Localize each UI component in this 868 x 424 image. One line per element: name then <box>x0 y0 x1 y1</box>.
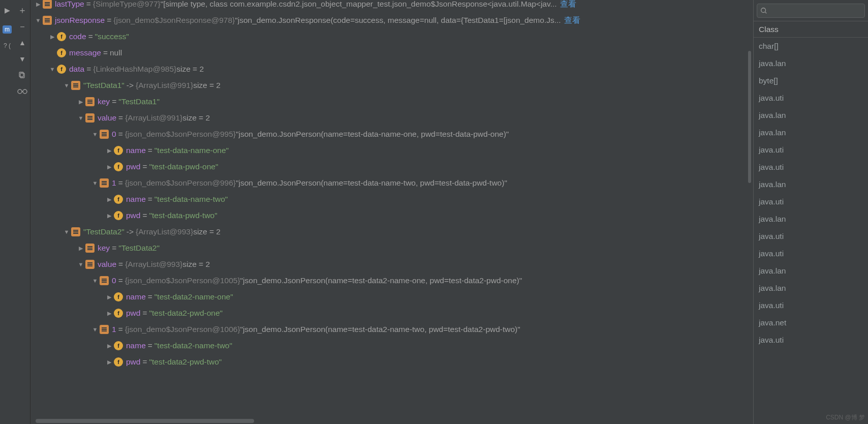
class-list-item[interactable]: java.lan <box>754 262 868 280</box>
scroll-thumb[interactable] <box>748 51 751 183</box>
class-list-item[interactable]: java.uti <box>754 245 868 262</box>
type-info: {json_demo$JsonResponse@978} <box>113 12 235 28</box>
tree-row[interactable]: "TestData1"->{ArrayList@991} size = 2 <box>30 77 753 94</box>
tree-row[interactable]: 0 = {json_demo$JsonPerson@1005} "json_de… <box>30 272 753 289</box>
copy-icon[interactable] <box>16 69 28 81</box>
class-list-item[interactable]: java.net <box>754 314 868 331</box>
view-link[interactable]: 查看 <box>560 0 576 12</box>
expand-toggle-icon[interactable] <box>106 338 113 354</box>
tree-row[interactable]: lastType = {SimpleType@977} "[simple typ… <box>30 0 753 12</box>
expand-toggle-icon[interactable] <box>35 12 42 28</box>
plus-icon[interactable]: ＋ <box>16 4 28 16</box>
tree-row[interactable]: 0 = {json_demo$JsonPerson@995} "json_dem… <box>30 126 753 142</box>
tree-row[interactable]: fpwd = "test-data-pwd-one" <box>30 159 753 175</box>
tree-vertical-scrollbar[interactable] <box>747 0 752 424</box>
tree-row[interactable]: fdata = {LinkedHashMap@985} size = 2 <box>30 61 753 77</box>
view-link[interactable]: 查看 <box>564 12 580 28</box>
type-info: {ArrayList@991} <box>136 77 193 94</box>
object-icon <box>85 113 95 123</box>
class-list-item[interactable]: java.lan <box>754 107 868 124</box>
expand-toggle-icon[interactable] <box>77 94 84 110</box>
tree-row[interactable]: "TestData2"->{ArrayList@993} size = 2 <box>30 224 753 240</box>
tree-row[interactable]: 1 = {json_demo$JsonPerson@1006} "json_de… <box>30 321 753 338</box>
expand-toggle-icon[interactable] <box>35 0 42 12</box>
minus-icon[interactable]: － <box>16 20 28 33</box>
class-list-item[interactable]: java.uti <box>754 297 868 314</box>
class-list-item[interactable]: char[] <box>754 38 868 55</box>
class-list-item[interactable]: java.uti <box>754 331 868 349</box>
equals-sign: = <box>148 338 152 354</box>
svg-rect-15 <box>87 103 92 104</box>
map-key: "TestData2" <box>83 224 125 240</box>
tree-row[interactable]: fname = "test-data-name-two" <box>30 191 753 207</box>
class-search-input[interactable] <box>757 4 865 18</box>
tree-row[interactable]: fname = "test-data-name-one" <box>30 142 753 159</box>
up-icon[interactable]: ▲ <box>16 37 28 49</box>
search-row <box>754 0 868 21</box>
class-list-item[interactable]: java.uti <box>754 89 868 107</box>
type-info: {json_demo$JsonPerson@996} <box>125 175 236 191</box>
expand-toggle-icon[interactable] <box>106 354 113 370</box>
classes-header[interactable]: Class <box>754 21 868 38</box>
expand-toggle-icon[interactable] <box>106 159 113 175</box>
expand-toggle-icon[interactable] <box>91 126 99 142</box>
svg-rect-19 <box>102 132 107 133</box>
class-list-item[interactable]: byte[] <box>754 72 868 89</box>
scroll-thumb[interactable] <box>36 419 254 423</box>
tostring-value: "[simple type, class com.example.csdn2.j… <box>161 0 557 12</box>
tree-row[interactable]: value = {ArrayList@991} size = 2 <box>30 110 753 126</box>
class-list-item[interactable]: java.uti <box>754 159 868 176</box>
expand-toggle-icon[interactable] <box>77 240 84 256</box>
class-list-item[interactable]: java.uti <box>754 193 868 210</box>
expand-toggle-icon[interactable] <box>63 224 70 240</box>
variables-tree[interactable]: lastType = {SimpleType@977} "[simple typ… <box>30 0 753 424</box>
class-list-item[interactable]: java.uti <box>754 228 868 245</box>
expand-toggle-icon[interactable] <box>106 305 113 321</box>
tree-row[interactable]: 1 = {json_demo$JsonPerson@996} "json_dem… <box>30 175 753 191</box>
tostring-value: "json_demo.JsonPerson(name=test-data-nam… <box>236 175 507 191</box>
svg-rect-29 <box>87 248 92 249</box>
class-list-item[interactable]: java.lan <box>754 210 868 228</box>
list-index: 0 <box>112 126 116 142</box>
tree-row[interactable]: fpwd = "test-data2-pwd-two" <box>30 354 753 370</box>
class-list[interactable]: char[]java.lanbyte[]java.utijava.lanjava… <box>754 38 868 349</box>
glasses-icon[interactable] <box>16 85 28 98</box>
field-icon: f <box>114 162 123 171</box>
field-icon: f <box>114 309 123 318</box>
variable-name: pwd <box>126 305 140 321</box>
tree-row[interactable]: fname = "test-data2-name-one" <box>30 289 753 305</box>
play-icon[interactable]: ▶ <box>1 4 13 16</box>
expand-toggle-icon[interactable] <box>106 191 113 207</box>
tree-row[interactable]: key = "TestData2" <box>30 240 753 256</box>
tree-row[interactable]: fmessage = null <box>30 45 753 61</box>
expand-toggle-icon[interactable] <box>91 321 99 338</box>
expand-toggle-icon[interactable] <box>77 256 84 272</box>
tree-row[interactable]: value = {ArrayList@993} size = 2 <box>30 256 753 272</box>
class-list-item[interactable]: java.lan <box>754 124 868 141</box>
expand-toggle-icon[interactable] <box>106 207 113 224</box>
equals-sign: = <box>142 159 147 175</box>
class-list-item[interactable]: java.uti <box>754 141 868 159</box>
class-list-item[interactable]: java.lan <box>754 280 868 297</box>
down-icon[interactable]: ▼ <box>16 53 28 65</box>
expand-toggle-icon[interactable] <box>49 61 56 77</box>
expand-toggle-icon[interactable] <box>106 142 113 159</box>
watermark: CSDN @博 梦 <box>826 413 865 422</box>
expand-toggle-icon[interactable] <box>77 110 84 126</box>
tree-row[interactable]: fname = "test-data2-name-two" <box>30 338 753 354</box>
tree-row[interactable]: fcode = "success" <box>30 28 753 45</box>
expand-toggle-icon[interactable] <box>106 289 113 305</box>
expand-toggle-icon[interactable] <box>63 77 70 94</box>
class-list-item[interactable]: java.lan <box>754 55 868 72</box>
svg-rect-20 <box>102 134 107 135</box>
tree-row[interactable]: key = "TestData1" <box>30 94 753 110</box>
tree-row[interactable]: jsonResponse = {json_demo$JsonResponse@9… <box>30 12 753 28</box>
class-list-item[interactable]: java.lan <box>754 176 868 193</box>
tree-horizontal-scrollbar[interactable] <box>30 418 747 424</box>
expand-toggle-icon[interactable] <box>49 28 56 45</box>
tree-row[interactable]: fpwd = "test-data-pwd-two" <box>30 207 753 224</box>
expand-toggle-icon[interactable] <box>91 175 99 191</box>
expand-toggle-icon[interactable] <box>91 272 99 289</box>
tree-row[interactable]: fpwd = "test-data2-pwd-one" <box>30 305 753 321</box>
string-value: "test-data-name-two" <box>154 191 228 207</box>
